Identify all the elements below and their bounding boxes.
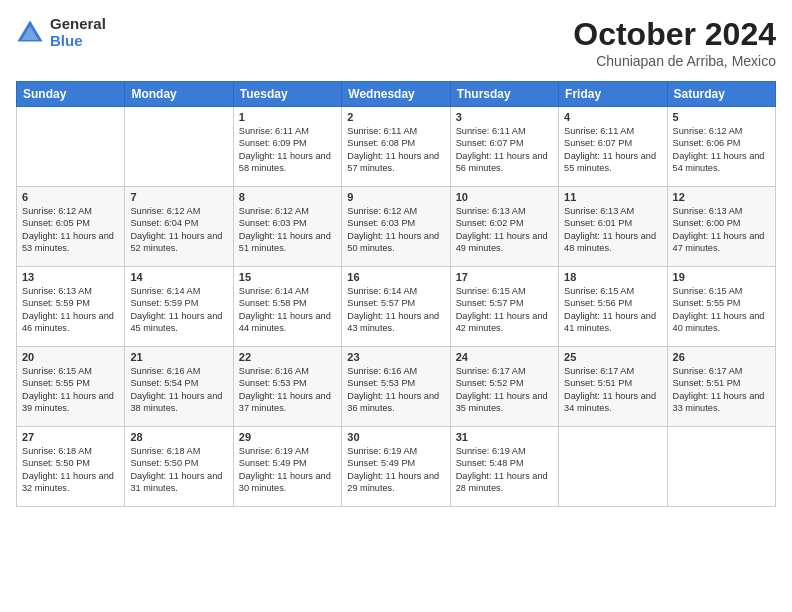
day-number: 21 [130, 351, 227, 363]
day-info: Sunrise: 6:14 AMSunset: 5:58 PMDaylight:… [239, 285, 336, 335]
day-number: 23 [347, 351, 444, 363]
logo: General Blue [16, 16, 106, 49]
calendar-cell: 3Sunrise: 6:11 AMSunset: 6:07 PMDaylight… [450, 107, 558, 187]
calendar-cell: 29Sunrise: 6:19 AMSunset: 5:49 PMDayligh… [233, 427, 341, 507]
weekday-header: Friday [559, 82, 667, 107]
calendar-cell: 6Sunrise: 6:12 AMSunset: 6:05 PMDaylight… [17, 187, 125, 267]
day-info: Sunrise: 6:17 AMSunset: 5:52 PMDaylight:… [456, 365, 553, 415]
day-number: 3 [456, 111, 553, 123]
day-info: Sunrise: 6:19 AMSunset: 5:48 PMDaylight:… [456, 445, 553, 495]
day-number: 10 [456, 191, 553, 203]
calendar-cell: 8Sunrise: 6:12 AMSunset: 6:03 PMDaylight… [233, 187, 341, 267]
calendar-week-row: 13Sunrise: 6:13 AMSunset: 5:59 PMDayligh… [17, 267, 776, 347]
day-info: Sunrise: 6:11 AMSunset: 6:07 PMDaylight:… [564, 125, 661, 175]
calendar-cell: 13Sunrise: 6:13 AMSunset: 5:59 PMDayligh… [17, 267, 125, 347]
calendar-cell: 1Sunrise: 6:11 AMSunset: 6:09 PMDaylight… [233, 107, 341, 187]
calendar-table: SundayMondayTuesdayWednesdayThursdayFrid… [16, 81, 776, 507]
day-number: 15 [239, 271, 336, 283]
calendar-cell: 4Sunrise: 6:11 AMSunset: 6:07 PMDaylight… [559, 107, 667, 187]
day-info: Sunrise: 6:13 AMSunset: 5:59 PMDaylight:… [22, 285, 119, 335]
day-info: Sunrise: 6:11 AMSunset: 6:09 PMDaylight:… [239, 125, 336, 175]
day-number: 8 [239, 191, 336, 203]
day-info: Sunrise: 6:13 AMSunset: 6:02 PMDaylight:… [456, 205, 553, 255]
weekday-header: Monday [125, 82, 233, 107]
day-number: 18 [564, 271, 661, 283]
day-info: Sunrise: 6:12 AMSunset: 6:03 PMDaylight:… [239, 205, 336, 255]
day-info: Sunrise: 6:16 AMSunset: 5:54 PMDaylight:… [130, 365, 227, 415]
weekday-header: Sunday [17, 82, 125, 107]
day-number: 2 [347, 111, 444, 123]
day-number: 30 [347, 431, 444, 443]
calendar-cell: 10Sunrise: 6:13 AMSunset: 6:02 PMDayligh… [450, 187, 558, 267]
calendar-cell: 22Sunrise: 6:16 AMSunset: 5:53 PMDayligh… [233, 347, 341, 427]
day-info: Sunrise: 6:19 AMSunset: 5:49 PMDaylight:… [239, 445, 336, 495]
day-info: Sunrise: 6:12 AMSunset: 6:03 PMDaylight:… [347, 205, 444, 255]
calendar-cell: 9Sunrise: 6:12 AMSunset: 6:03 PMDaylight… [342, 187, 450, 267]
day-number: 25 [564, 351, 661, 363]
day-info: Sunrise: 6:16 AMSunset: 5:53 PMDaylight:… [347, 365, 444, 415]
calendar-cell [125, 107, 233, 187]
calendar-cell: 19Sunrise: 6:15 AMSunset: 5:55 PMDayligh… [667, 267, 775, 347]
day-number: 7 [130, 191, 227, 203]
day-info: Sunrise: 6:11 AMSunset: 6:08 PMDaylight:… [347, 125, 444, 175]
day-number: 5 [673, 111, 770, 123]
calendar-cell: 18Sunrise: 6:15 AMSunset: 5:56 PMDayligh… [559, 267, 667, 347]
day-number: 9 [347, 191, 444, 203]
day-info: Sunrise: 6:13 AMSunset: 6:01 PMDaylight:… [564, 205, 661, 255]
calendar-week-row: 27Sunrise: 6:18 AMSunset: 5:50 PMDayligh… [17, 427, 776, 507]
day-info: Sunrise: 6:13 AMSunset: 6:00 PMDaylight:… [673, 205, 770, 255]
calendar-cell: 24Sunrise: 6:17 AMSunset: 5:52 PMDayligh… [450, 347, 558, 427]
calendar-cell: 16Sunrise: 6:14 AMSunset: 5:57 PMDayligh… [342, 267, 450, 347]
day-number: 6 [22, 191, 119, 203]
calendar-cell: 5Sunrise: 6:12 AMSunset: 6:06 PMDaylight… [667, 107, 775, 187]
day-info: Sunrise: 6:15 AMSunset: 5:55 PMDaylight:… [22, 365, 119, 415]
calendar-cell [667, 427, 775, 507]
day-number: 1 [239, 111, 336, 123]
calendar-cell [559, 427, 667, 507]
day-info: Sunrise: 6:17 AMSunset: 5:51 PMDaylight:… [673, 365, 770, 415]
calendar-cell: 26Sunrise: 6:17 AMSunset: 5:51 PMDayligh… [667, 347, 775, 427]
day-info: Sunrise: 6:15 AMSunset: 5:55 PMDaylight:… [673, 285, 770, 335]
day-number: 11 [564, 191, 661, 203]
weekday-header-row: SundayMondayTuesdayWednesdayThursdayFrid… [17, 82, 776, 107]
day-number: 14 [130, 271, 227, 283]
calendar-cell: 31Sunrise: 6:19 AMSunset: 5:48 PMDayligh… [450, 427, 558, 507]
weekday-header: Wednesday [342, 82, 450, 107]
calendar-cell: 28Sunrise: 6:18 AMSunset: 5:50 PMDayligh… [125, 427, 233, 507]
day-info: Sunrise: 6:12 AMSunset: 6:06 PMDaylight:… [673, 125, 770, 175]
day-number: 26 [673, 351, 770, 363]
calendar-week-row: 1Sunrise: 6:11 AMSunset: 6:09 PMDaylight… [17, 107, 776, 187]
day-info: Sunrise: 6:17 AMSunset: 5:51 PMDaylight:… [564, 365, 661, 415]
calendar-cell: 21Sunrise: 6:16 AMSunset: 5:54 PMDayligh… [125, 347, 233, 427]
calendar-cell [17, 107, 125, 187]
calendar-cell: 7Sunrise: 6:12 AMSunset: 6:04 PMDaylight… [125, 187, 233, 267]
calendar-cell: 20Sunrise: 6:15 AMSunset: 5:55 PMDayligh… [17, 347, 125, 427]
logo-general: General [50, 16, 106, 33]
calendar-cell: 30Sunrise: 6:19 AMSunset: 5:49 PMDayligh… [342, 427, 450, 507]
weekday-header: Thursday [450, 82, 558, 107]
day-info: Sunrise: 6:15 AMSunset: 5:56 PMDaylight:… [564, 285, 661, 335]
location: Chuniapan de Arriba, Mexico [573, 53, 776, 69]
title-block: October 2024 Chuniapan de Arriba, Mexico [573, 16, 776, 69]
calendar-cell: 27Sunrise: 6:18 AMSunset: 5:50 PMDayligh… [17, 427, 125, 507]
day-number: 4 [564, 111, 661, 123]
day-info: Sunrise: 6:19 AMSunset: 5:49 PMDaylight:… [347, 445, 444, 495]
logo-text: General Blue [50, 16, 106, 49]
day-number: 28 [130, 431, 227, 443]
day-number: 20 [22, 351, 119, 363]
calendar-cell: 11Sunrise: 6:13 AMSunset: 6:01 PMDayligh… [559, 187, 667, 267]
calendar-cell: 17Sunrise: 6:15 AMSunset: 5:57 PMDayligh… [450, 267, 558, 347]
day-number: 22 [239, 351, 336, 363]
calendar-week-row: 20Sunrise: 6:15 AMSunset: 5:55 PMDayligh… [17, 347, 776, 427]
day-info: Sunrise: 6:15 AMSunset: 5:57 PMDaylight:… [456, 285, 553, 335]
day-info: Sunrise: 6:18 AMSunset: 5:50 PMDaylight:… [130, 445, 227, 495]
calendar-cell: 15Sunrise: 6:14 AMSunset: 5:58 PMDayligh… [233, 267, 341, 347]
calendar-cell: 25Sunrise: 6:17 AMSunset: 5:51 PMDayligh… [559, 347, 667, 427]
logo-blue: Blue [50, 33, 106, 50]
day-info: Sunrise: 6:18 AMSunset: 5:50 PMDaylight:… [22, 445, 119, 495]
day-number: 13 [22, 271, 119, 283]
day-number: 27 [22, 431, 119, 443]
calendar-cell: 14Sunrise: 6:14 AMSunset: 5:59 PMDayligh… [125, 267, 233, 347]
day-number: 29 [239, 431, 336, 443]
day-number: 19 [673, 271, 770, 283]
